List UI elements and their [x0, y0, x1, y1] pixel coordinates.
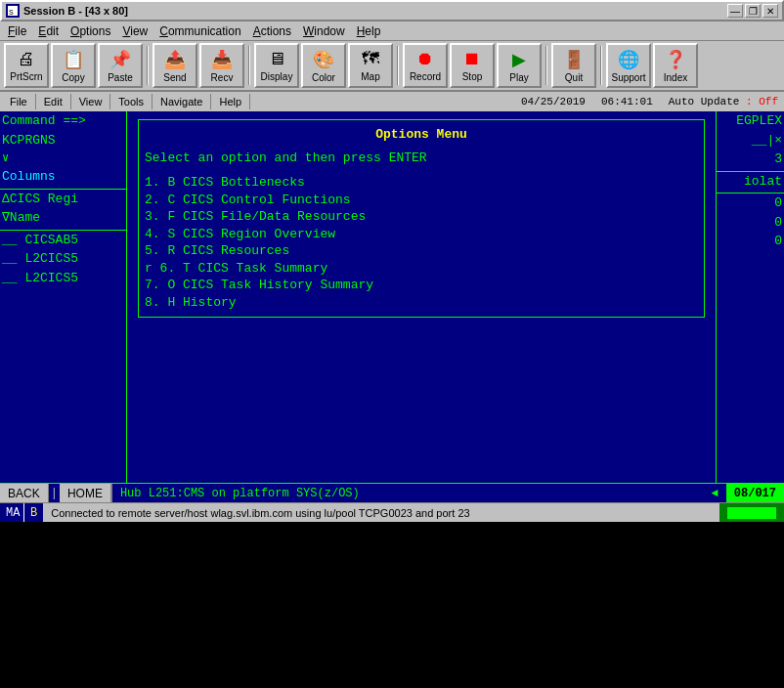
map-label: Map [361, 71, 379, 82]
terminal-screen[interactable]: Command ==> KCPRGNS ∨ Columns ∆CICS Regi… [0, 111, 784, 483]
l2cics5-label1: __ L2CICS5 [2, 251, 78, 266]
term-menu-help[interactable]: Help [211, 94, 250, 109]
copy-button[interactable]: 📋 Copy [51, 43, 96, 88]
support-button[interactable]: 🌐 Support [606, 43, 651, 88]
scroll-left-icon[interactable]: ◄ [704, 487, 726, 500]
l2cics5-label2: __ L2CICS5 [2, 271, 78, 285]
right-panel: EGPLEX __|× 3 iolat 0 0 0 [716, 111, 784, 483]
index-icon: ❓ [665, 49, 686, 70]
menu-actions[interactable]: Actions [247, 22, 297, 40]
toolbar-sep-3 [397, 46, 399, 85]
menu-file[interactable]: File [2, 22, 32, 40]
stop-button[interactable]: ⏹ Stop [450, 43, 495, 88]
restore-button[interactable]: ❐ [745, 4, 761, 18]
status-sep: | [49, 487, 60, 500]
col-value-row: 3 [717, 150, 784, 169]
title-text: Session B - [43 x 80] [23, 5, 128, 17]
l2cics5-row2: __ L2CICS5 [0, 269, 126, 288]
menu-window[interactable]: Window [297, 22, 351, 40]
index-button[interactable]: ❓ Index [653, 43, 698, 88]
position-indicator: 08/017 [726, 484, 784, 502]
play-icon: ▶ [512, 49, 526, 70]
menu-edit[interactable]: Edit [32, 22, 65, 40]
quit-button[interactable]: 🚪 Quit [551, 43, 596, 88]
cicsab-label: __ CICSAB5 [2, 233, 78, 247]
menu-view[interactable]: View [116, 22, 153, 40]
color-icon: 🎨 [313, 49, 334, 70]
home-button[interactable]: HOME [60, 484, 112, 502]
back-button[interactable]: BACK [0, 484, 49, 502]
left-panel: Command ==> KCPRGNS ∨ Columns ∆CICS Regi… [0, 111, 127, 483]
iolat-label: iolat [744, 174, 782, 189]
recv-icon: 📥 [211, 49, 233, 70]
menu-bar: File Edit Options View Communication Act… [0, 22, 784, 41]
border-chars-row: __|× [717, 131, 784, 150]
play-button[interactable]: ▶ Play [497, 43, 542, 88]
egplex-row: EGPLEX [717, 111, 784, 131]
iolat-row: iolat [717, 171, 784, 192]
cicsab-row: __ CICSAB5 [0, 230, 126, 250]
option-row-2: 3. F CICS File/Data Resources [145, 208, 698, 226]
name-label: ∇Name [2, 210, 40, 225]
options-title: Options Menu [145, 126, 698, 144]
option-row-7: 8. H History [145, 294, 698, 312]
prt-scr-icon: 🖨 [18, 49, 35, 69]
term-menu-view[interactable]: View [71, 94, 111, 109]
status-bar: BACK | HOME Hub L251:CMS on platform SYS… [0, 483, 784, 502]
paste-label: Paste [108, 72, 133, 83]
copy-label: Copy [62, 72, 84, 83]
zero-val2: 0 [774, 215, 782, 230]
toolbar-sep-4 [545, 46, 547, 85]
minimize-button[interactable]: — [727, 4, 743, 18]
main-content: Options Menu Select an option and then p… [128, 111, 715, 483]
send-icon: 📤 [164, 49, 186, 70]
option-row-5: r 6. T CICS Task Summary [145, 260, 698, 278]
quit-icon: 🚪 [563, 49, 585, 70]
prt-scr-button[interactable]: 🖨 PrtScrn [4, 43, 49, 88]
term-menu-file[interactable]: File [2, 94, 36, 109]
menu-options[interactable]: Options [65, 22, 116, 40]
options-menu-box: Options Menu Select an option and then p… [138, 119, 705, 318]
color-button[interactable]: 🎨 Color [301, 43, 346, 88]
col-value: 3 [774, 151, 782, 166]
option-row-1: 2. C CICS Control Functions [145, 192, 698, 209]
display-label: Display [261, 71, 293, 82]
menu-communication[interactable]: Communication [153, 22, 246, 40]
l2cics5-row1: __ L2CICS5 [0, 249, 126, 269]
send-button[interactable]: 📤 Send [152, 43, 197, 88]
record-label: Record [410, 71, 441, 82]
recv-button[interactable]: 📥 Recv [199, 43, 244, 88]
toolbar-sep-1 [147, 46, 149, 85]
options-subtitle: Select an option and then press ENTER [145, 150, 698, 167]
command-value: KCPRGNS [2, 133, 56, 148]
terminal-menu: File Edit View Tools Navigate Help 04/25… [0, 92, 784, 111]
chevron-icon: ∨ [2, 151, 9, 165]
term-menu-tools[interactable]: Tools [110, 94, 152, 109]
record-icon: ⏺ [416, 49, 434, 69]
term-menu-navigate[interactable]: Navigate [152, 94, 211, 109]
display-button[interactable]: 🖥 Display [254, 43, 299, 88]
session-id: B [23, 503, 43, 522]
region-label: ∆CICS Regi [2, 192, 78, 206]
close-button[interactable]: ✕ [762, 4, 778, 18]
svg-text:S: S [9, 8, 14, 16]
status-text: Hub L251:CMS on platform SYS(z/OS) [112, 487, 704, 500]
name-row: ∇Name [0, 208, 126, 228]
zero-row1: 0 [717, 193, 784, 213]
map-button[interactable]: 🗺 Map [348, 43, 393, 88]
record-button[interactable]: ⏺ Record [403, 43, 448, 88]
title-icon: S [6, 4, 20, 18]
keystroke-counter [719, 503, 784, 522]
quit-label: Quit [565, 72, 583, 83]
map-icon: 🗺 [362, 49, 379, 69]
color-label: Color [312, 72, 335, 83]
menu-help[interactable]: Help [351, 22, 387, 40]
command-value-row: KCPRGNS [0, 131, 126, 150]
paste-button[interactable]: 📌 Paste [98, 43, 143, 88]
columns-label: Columns [2, 169, 56, 184]
region-row: ∆CICS Regi [0, 189, 126, 209]
terminal-time: 06:41:01 [601, 96, 653, 108]
copy-icon: 📋 [63, 49, 84, 70]
index-label: Index [664, 72, 687, 83]
term-menu-edit[interactable]: Edit [36, 94, 71, 109]
